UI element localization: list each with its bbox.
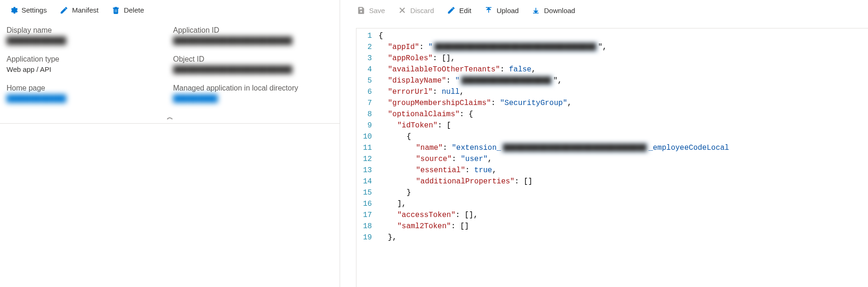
line-number: 4 xyxy=(363,64,372,75)
code-line[interactable]: "accessToken": [], xyxy=(378,210,729,221)
property-group: Managed application in local directory██… xyxy=(173,84,334,104)
code-line[interactable]: "optionalClaims": { xyxy=(378,109,729,120)
code-line[interactable]: "source": "user", xyxy=(378,154,729,165)
discard-button: Discard xyxy=(397,4,435,16)
save-icon xyxy=(357,6,365,14)
property-label: Object ID xyxy=(173,55,334,63)
download-button[interactable]: Download xyxy=(531,4,576,16)
line-number: 1 xyxy=(363,30,372,42)
line-number: 15 xyxy=(363,187,372,198)
trash-icon xyxy=(112,6,120,14)
line-number: 14 xyxy=(363,176,372,187)
line-number: 18 xyxy=(363,221,372,232)
pencil-icon xyxy=(60,6,68,14)
line-number: 9 xyxy=(363,120,372,131)
line-number: 19 xyxy=(363,232,372,243)
code-line[interactable]: }, xyxy=(378,232,729,243)
upload-button[interactable]: Upload xyxy=(484,4,520,16)
property-value: ████████████ xyxy=(7,36,167,46)
line-number: 5 xyxy=(363,75,372,86)
code-line[interactable]: "displayName": "████████████████████", xyxy=(378,75,729,86)
line-number: 7 xyxy=(363,98,372,109)
code-line[interactable]: "saml2Token": [] xyxy=(378,221,729,232)
property-group: Object ID████████████████████████ xyxy=(173,55,334,75)
line-number: 16 xyxy=(363,198,372,210)
code-line[interactable]: "additionalProperties": [] xyxy=(378,176,729,187)
line-number-gutter: 12345678910111213141516171819 xyxy=(356,28,377,287)
upload-label: Upload xyxy=(497,7,519,14)
download-icon xyxy=(532,6,540,14)
edit-button[interactable]: Edit xyxy=(446,4,472,16)
left-panel: Settings Manifest Delete Display name███… xyxy=(0,0,340,287)
property-label: Home page xyxy=(7,84,167,92)
save-button: Save xyxy=(356,4,386,16)
line-number: 17 xyxy=(363,210,372,221)
settings-button[interactable]: Settings xyxy=(8,4,48,16)
double-chevron-up-icon[interactable]: ︽ xyxy=(7,113,333,123)
line-number: 10 xyxy=(363,131,372,142)
code-line[interactable]: { xyxy=(378,30,729,42)
code-line[interactable]: } xyxy=(378,187,729,198)
line-number: 2 xyxy=(363,42,372,53)
line-number: 12 xyxy=(363,154,372,165)
line-number: 3 xyxy=(363,53,372,64)
delete-label: Delete xyxy=(124,6,144,14)
settings-label: Settings xyxy=(21,6,47,14)
property-group: Application typeWeb app / API xyxy=(7,55,167,75)
code-line[interactable]: ], xyxy=(378,198,729,210)
x-icon xyxy=(398,6,406,14)
property-value: ████████████████████████ xyxy=(173,36,334,46)
property-label: Managed application in local directory xyxy=(173,84,334,92)
code-line[interactable]: "idToken": [ xyxy=(378,120,729,131)
property-value[interactable]: █████████ xyxy=(173,94,334,104)
code-line[interactable]: "name": "extension_█████████████████████… xyxy=(378,142,729,154)
code-line[interactable]: "errorUrl": null, xyxy=(378,86,729,98)
edit-label: Edit xyxy=(459,7,471,14)
property-label: Application ID xyxy=(173,26,334,35)
right-toolbar: Save Discard Edit Upload Download xyxy=(340,0,868,21)
pencil-icon xyxy=(447,6,455,14)
property-label: Application type xyxy=(7,55,167,63)
property-value: ████████████████████████ xyxy=(173,65,334,75)
code-line[interactable]: "availableToOtherTenants": false, xyxy=(378,64,729,75)
code-line[interactable]: { xyxy=(378,131,729,142)
manifest-label: Manifest xyxy=(72,6,99,14)
property-group: Application ID████████████████████████ xyxy=(173,26,334,46)
upload-icon xyxy=(484,6,493,14)
download-label: Download xyxy=(544,7,575,14)
left-toolbar: Settings Manifest Delete xyxy=(0,0,340,21)
property-value[interactable]: ████████████ xyxy=(7,94,167,104)
save-label: Save xyxy=(369,7,385,14)
code-area[interactable]: {"appId": "█████████████████████████████… xyxy=(377,28,729,287)
manifest-button[interactable]: Manifest xyxy=(59,4,100,16)
property-group: Home page████████████ xyxy=(7,84,167,104)
line-number: 11 xyxy=(363,142,372,154)
properties-panel: Display name████████████Application ID██… xyxy=(0,21,340,124)
property-label: Display name xyxy=(7,26,167,35)
right-panel: Save Discard Edit Upload Download xyxy=(340,0,868,287)
code-line[interactable]: "appId": "██████████████████████████████… xyxy=(378,42,729,53)
property-group: Display name████████████ xyxy=(7,26,167,46)
manifest-editor[interactable]: 12345678910111213141516171819 {"appId": … xyxy=(356,28,868,287)
code-line[interactable]: "essential": true, xyxy=(378,165,729,176)
code-line[interactable]: "appRoles": [], xyxy=(378,53,729,64)
line-number: 13 xyxy=(363,165,372,176)
gear-icon xyxy=(9,6,18,14)
discard-label: Discard xyxy=(410,7,434,14)
line-number: 6 xyxy=(363,86,372,98)
code-line[interactable]: "groupMembershipClaims": "SecurityGroup"… xyxy=(378,98,729,109)
property-value: Web app / API xyxy=(7,65,167,75)
line-number: 8 xyxy=(363,109,372,120)
delete-button[interactable]: Delete xyxy=(111,4,145,16)
